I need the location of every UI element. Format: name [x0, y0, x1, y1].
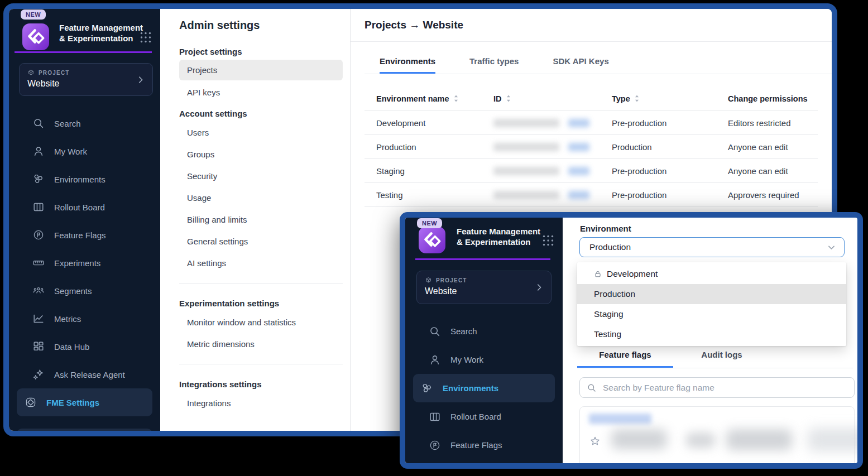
admin-settings-panel: Admin settings Project settings Projects…	[160, 9, 351, 431]
breadcrumb: Projects → Website	[365, 19, 463, 31]
content-header: Projects → Website	[351, 9, 832, 42]
star-icon[interactable]	[589, 435, 601, 448]
redacted-id	[493, 143, 559, 151]
fme-logo-outline-icon	[25, 396, 37, 408]
admin-item-integrations[interactable]: Integrations	[179, 392, 343, 414]
chevron-down-icon	[827, 243, 836, 252]
sidebar-item-rollout-board[interactable]: Rollout Board	[413, 402, 555, 431]
sidebar-item-environments[interactable]: Environments	[17, 165, 152, 193]
sidebar-item-my-work[interactable]: My Work	[17, 137, 152, 165]
environment-label: Environment	[580, 224, 631, 233]
admin-item-monitor-window[interactable]: Monitor window and statistics	[179, 311, 343, 333]
app-switcher-icon[interactable]	[140, 31, 152, 44]
sidebar-item-experiments[interactable]: Experiments	[17, 249, 152, 277]
admin-item-billing[interactable]: Billing and limits	[179, 209, 343, 230]
environment-select[interactable]: Production	[579, 237, 845, 257]
tab-traffic-types[interactable]: Traffic types	[469, 42, 519, 74]
sidebar-item-feature-flags[interactable]: Feature Flags	[17, 221, 152, 249]
admin-item-groups[interactable]: Groups	[179, 143, 343, 165]
main-nav: Search My Work Environments Rollout Boar…	[9, 109, 160, 416]
tab-sdk-api-keys[interactable]: SDK API Keys	[553, 42, 608, 74]
table-row[interactable]: Staging Pre-production Anyone can edit	[365, 159, 818, 183]
section-heading-integrations-settings: Integrations settings	[179, 379, 350, 389]
table-header-row: Environment name ID Type Change permissi…	[365, 74, 818, 111]
sidebar-item-feature-flags[interactable]: Feature Flags	[413, 431, 555, 459]
search-icon	[429, 325, 441, 338]
sidebar-item-label: Ask Release Agent	[54, 370, 125, 379]
tab-feature-flags[interactable]: Feature flags	[577, 343, 673, 368]
sidebar-item-search[interactable]: Search	[17, 109, 152, 137]
admin-item-metric-dimensions[interactable]: Metric dimensions	[179, 333, 343, 355]
column-header-environment-name[interactable]: Environment name	[365, 94, 482, 103]
dropdown-option-label: Staging	[594, 309, 624, 319]
cell-type: Pre-production	[600, 118, 716, 128]
feature-flag-row-card[interactable]	[579, 406, 855, 469]
section-heading-project-settings: Project settings	[179, 47, 350, 56]
column-label: ID	[493, 94, 502, 103]
sidebar-item-environments[interactable]: Environments	[413, 374, 555, 402]
redacted-copy-chip	[568, 143, 589, 151]
project-name: Website	[425, 286, 543, 296]
table-row[interactable]: Development Pre-production Editors restr…	[365, 111, 818, 135]
sort-icon[interactable]	[634, 94, 640, 103]
sidebar-item-my-work[interactable]: My Work	[413, 345, 555, 374]
sidebar-item-ask-release-agent[interactable]: Ask Release Agent	[17, 360, 152, 388]
search-input[interactable]	[602, 382, 848, 393]
dropdown-option-label: Development	[607, 269, 658, 279]
column-header-type[interactable]: Type	[600, 94, 716, 103]
lock-icon	[594, 270, 602, 278]
column-header-id[interactable]: ID	[482, 94, 600, 103]
project-name: Website	[27, 79, 145, 89]
tab-audit-logs[interactable]: Audit logs	[680, 343, 764, 368]
admin-item-api-keys[interactable]: API keys	[179, 81, 343, 103]
app-switcher-icon[interactable]	[542, 234, 554, 247]
project-selector[interactable]: PROJECT Website	[416, 271, 552, 304]
project-label: PROJECT	[39, 70, 70, 76]
admin-item-projects[interactable]: Projects	[179, 60, 343, 80]
sidebar-item-search[interactable]: Search	[413, 317, 555, 345]
cell-environment-name: Production	[365, 142, 482, 152]
overlay-sidebar: NEW Feature Management & Experimentation…	[405, 218, 563, 463]
brand-accent-divider	[415, 258, 550, 260]
brand-accent-divider	[15, 51, 152, 53]
product-title: Feature Management & Experimentation	[457, 226, 545, 247]
feature-flag-search[interactable]	[579, 377, 855, 398]
project-selector[interactable]: PROJECT Website	[19, 63, 153, 96]
sidebar-item-rollout-board[interactable]: Rollout Board	[17, 193, 152, 221]
sort-icon[interactable]	[453, 94, 459, 103]
cell-permissions: Anyone can edit	[716, 142, 818, 152]
sidebar-item-label: Environments	[54, 175, 105, 184]
redacted-id	[493, 167, 559, 175]
dropdown-option-production[interactable]: Production	[577, 284, 846, 304]
sidebar-item-partial	[17, 429, 152, 436]
admin-item-security[interactable]: Security	[179, 165, 343, 187]
redacted-content	[808, 428, 863, 451]
product-title: Feature Management & Experimentation	[59, 22, 147, 44]
table-row[interactable]: Testing Pre-production Approvers require…	[365, 183, 818, 207]
redacted-content	[611, 429, 667, 449]
sidebar-item-metrics[interactable]: Metrics	[17, 305, 152, 333]
dropdown-option-testing[interactable]: Testing	[577, 324, 846, 344]
tab-environments[interactable]: Environments	[380, 42, 435, 74]
table-row[interactable]: Production Production Anyone can edit	[365, 135, 818, 159]
admin-item-ai-settings[interactable]: AI settings	[179, 252, 343, 274]
sidebar-item-label: Search	[450, 326, 477, 336]
sidebar-item-label: Search	[54, 119, 81, 128]
environment-dropdown-menu: Development Production Staging Testing	[577, 262, 846, 346]
sort-icon[interactable]	[505, 94, 512, 103]
dropdown-option-development[interactable]: Development	[577, 264, 846, 284]
admin-item-users[interactable]: Users	[179, 122, 343, 143]
sidebar-item-label: My Work	[54, 147, 87, 156]
desktop-background: NEW Feature Management & Experimentation…	[0, 0, 868, 476]
dropdown-option-staging[interactable]: Staging	[577, 304, 846, 324]
new-badge: NEW	[417, 218, 442, 228]
admin-item-usage[interactable]: Usage	[179, 187, 343, 209]
sidebar-item-data-hub[interactable]: Data Hub	[17, 333, 152, 360]
sidebar-item-fme-settings[interactable]: FME Settings	[17, 388, 152, 416]
admin-item-general-settings[interactable]: General settings	[179, 230, 343, 252]
sidebar-item-label: Feature Flags	[450, 440, 502, 450]
sidebar-item-label: Environments	[443, 383, 498, 393]
overlay-window: NEW Feature Management & Experimentation…	[400, 212, 863, 469]
sidebar-item-segments[interactable]: Segments	[17, 277, 152, 305]
sidebar-item-label: Segments	[54, 286, 92, 296]
